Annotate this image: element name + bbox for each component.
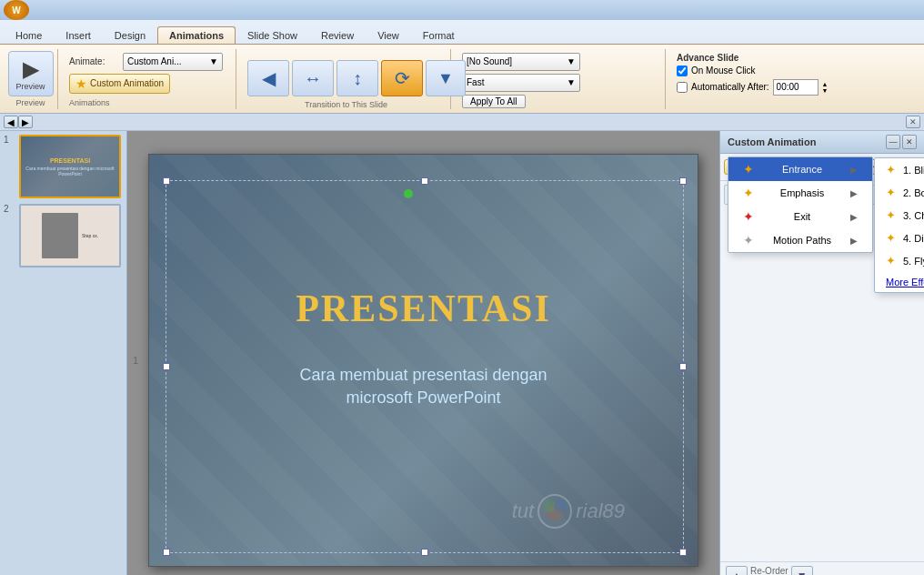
transition-btn-1[interactable]: ◀ (247, 60, 289, 96)
dropdown-menu: ✦ Entrance ▶ ✦ Emphasis ▶ ✦ Exit ▶ ✦ Mot… (728, 156, 873, 253)
motion-paths-label: Motion Paths (773, 235, 831, 246)
tab-review[interactable]: Review (309, 26, 366, 44)
preview-group-label: Preview (15, 98, 45, 107)
apply-to-all-button[interactable]: Apply To All (462, 95, 526, 108)
entrance-icon: ✦ (743, 162, 754, 177)
menu-item-exit[interactable]: ✦ Exit ▶ (728, 205, 872, 228)
handle-ml[interactable] (163, 363, 170, 370)
sound-dropdown[interactable]: [No Sound] ▼ (462, 53, 580, 71)
handle-tr[interactable] (679, 177, 687, 185)
fly-in-label: 5. Fly In (903, 256, 924, 267)
handle-tm[interactable] (421, 177, 428, 185)
submenu-item-box[interactable]: ✦ 2. Box (875, 181, 924, 204)
advance-group: Advance Slide On Mouse Click Automatical… (671, 49, 862, 109)
submenu-item-checkerboard[interactable]: ✦ 3. Checkerboard (875, 204, 924, 227)
transition-btn-3[interactable]: ↕ (336, 60, 378, 96)
emphasis-icon: ✦ (743, 186, 754, 200)
emphasis-label: Emphasis (780, 187, 824, 198)
auto-advance-checkbox[interactable] (677, 82, 688, 93)
mouse-click-row: On Mouse Click (677, 66, 756, 76)
exit-arrow-icon: ▶ (850, 212, 858, 222)
transition-btn-4[interactable]: ⟳ (381, 60, 423, 96)
tab-design[interactable]: Design (103, 26, 157, 44)
custom-anim-star-icon: ★ (75, 76, 87, 91)
menu-item-entrance[interactable]: ✦ Entrance ▶ (728, 157, 872, 181)
transition-btn-5[interactable]: ▼ (426, 60, 466, 96)
entrance-arrow-icon: ▶ (850, 165, 858, 175)
speed-arrow-icon: ▼ (567, 77, 576, 87)
box-icon: ✦ (886, 186, 896, 199)
mouse-click-checkbox[interactable] (677, 66, 688, 76)
speed-value: Fast (467, 77, 484, 87)
fly-in-icon: ✦ (886, 254, 896, 267)
preview-icon: ▶ (23, 56, 39, 82)
tab-view[interactable]: View (366, 26, 411, 44)
animate-dropdown[interactable]: Custom Ani... ▼ (123, 53, 223, 71)
submenu-item-more-effects[interactable]: More Effects... (875, 272, 924, 292)
panel-close-btn[interactable]: ✕ (902, 135, 917, 149)
tab-animations[interactable]: Animations (157, 26, 236, 44)
slide-2-content: Step xx. (21, 206, 119, 266)
reorder-down-btn[interactable]: ▼ (791, 566, 813, 575)
canvas-area: 1 PRESENTASI Cara membuat presentasi den… (127, 131, 719, 575)
slide-2-thumbnail[interactable]: Step xx. (19, 204, 121, 267)
tab-slideshow[interactable]: Slide Show (236, 26, 309, 44)
tab-nav-left[interactable]: ◀ (4, 116, 18, 128)
slide-1-thumbnail[interactable]: PRESENTASI Cara membuat presentasi denga… (19, 135, 121, 198)
preview-group: ▶ Preview Preview (4, 49, 58, 109)
reorder-up-btn[interactable]: ▲ (726, 566, 748, 575)
animate-arrow-icon: ▼ (209, 56, 218, 66)
canvas-main-title: PRESENTASI (149, 287, 698, 330)
submenu-item-diamond[interactable]: ✦ 4. Diamond (875, 227, 924, 249)
handle-tl[interactable] (163, 177, 170, 185)
submenu-item-fly-in[interactable]: ✦ 5. Fly In (875, 249, 924, 272)
tab-insert[interactable]: Insert (54, 26, 103, 44)
tab-format[interactable]: Format (411, 26, 467, 44)
handle-bl[interactable] (163, 549, 170, 556)
tab-home[interactable]: Home (4, 26, 54, 44)
menu-item-emphasis[interactable]: ✦ Emphasis ▶ (728, 181, 872, 205)
animate-label: Animate: (69, 56, 119, 66)
canvas-subtitle-line2: microsoft PowerPoint (346, 388, 500, 407)
submenu-item-blinds[interactable]: ✦ 1. Blinds (875, 158, 924, 181)
watermark: tut rial89 (512, 493, 625, 530)
custom-anim-label: Custom Animation (90, 78, 164, 88)
slide-thumb-2[interactable]: 2 Step xx. (4, 204, 123, 267)
blinds-icon: ✦ (886, 163, 896, 177)
menu-item-motion-paths[interactable]: ✦ Motion Paths ▶ (728, 228, 872, 252)
watermark-text: tut (512, 499, 534, 523)
animate-row: Animate: Custom Ani... ▼ (69, 53, 223, 71)
auto-advance-row: Automatically After: ▲▼ (677, 79, 829, 96)
svg-point-2 (543, 499, 556, 512)
title-bar: W (0, 0, 924, 20)
animations-group-label: Animations (69, 98, 110, 107)
sound-row: [No Sound] ▼ (462, 53, 580, 71)
auto-advance-time-input[interactable] (773, 79, 819, 96)
office-button[interactable]: W (4, 0, 29, 20)
close-tab-btn[interactable]: ✕ (906, 116, 920, 128)
reorder-label: Re-Order (750, 566, 788, 575)
transition-group-label: Transition to This Slide (305, 100, 387, 109)
slide-canvas[interactable]: PRESENTASI Cara membuat presentasi denga… (148, 154, 698, 567)
panel-header: Custom Animation — ✕ (720, 131, 924, 154)
handle-bm[interactable] (421, 549, 428, 556)
ribbon: Home Insert Design Animations Slide Show… (0, 20, 924, 114)
time-spinners: ▲▼ (822, 81, 829, 94)
custom-animation-button[interactable]: ★ Custom Animation (69, 74, 170, 94)
motion-paths-arrow-icon: ▶ (850, 236, 858, 246)
slide-thumb-1[interactable]: 1 PRESENTASI Cara membuat presentasi den… (4, 135, 123, 198)
transition-group: ◀ ↔ ↕ ⟳ ▼ Transition to This Slide (242, 49, 451, 109)
speed-row: Fast ▼ (462, 74, 580, 92)
panel-minimize-btn[interactable]: — (886, 135, 900, 149)
slide-2-image (42, 213, 78, 258)
panel-title: Custom Animation (728, 136, 816, 147)
sound-arrow-icon: ▼ (567, 56, 576, 66)
tab-nav-bar: ◀ ▶ ✕ (0, 114, 924, 131)
speed-dropdown[interactable]: Fast ▼ (462, 74, 580, 92)
handle-mr[interactable] (679, 363, 687, 370)
handle-br[interactable] (679, 549, 687, 556)
transition-btn-2[interactable]: ↔ (292, 60, 334, 96)
slide-1-content: PRESENTASI Cara membuat presentasi denga… (21, 136, 119, 197)
preview-button[interactable]: ▶ Preview (8, 51, 54, 96)
tab-nav-right[interactable]: ▶ (18, 116, 33, 128)
